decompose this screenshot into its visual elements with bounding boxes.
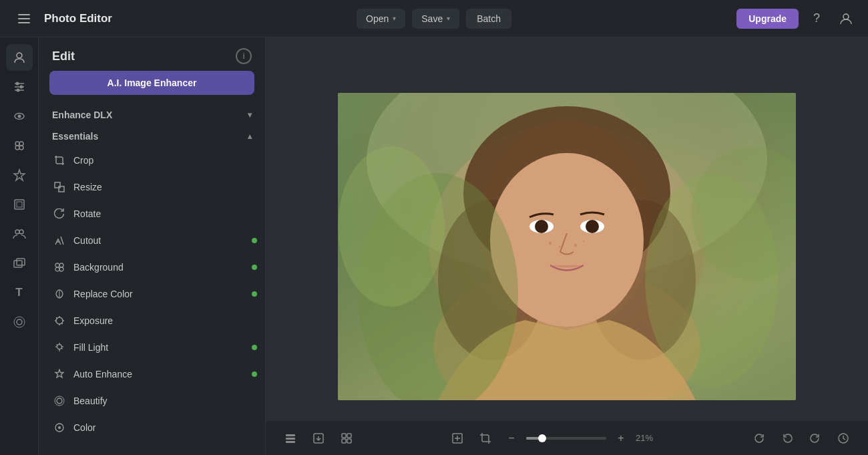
layers-button[interactable] <box>279 427 302 450</box>
background-status-dot <box>252 265 257 270</box>
zoom-controls: − + 21% <box>446 427 660 450</box>
sidebar-item-people[interactable] <box>6 220 33 247</box>
background-label: Background <box>73 262 245 273</box>
menu-item-cutout[interactable]: Cutout <box>39 227 265 254</box>
help-button[interactable]: ? <box>805 7 828 30</box>
svg-line-35 <box>56 317 57 319</box>
menu-item-background[interactable]: Background <box>39 254 265 281</box>
text-icon: T <box>15 286 22 299</box>
svg-line-43 <box>61 348 62 349</box>
sidebar-item-overlay[interactable] <box>6 250 33 277</box>
svg-point-18 <box>19 230 23 234</box>
icon-bar: T <box>0 37 39 455</box>
sidebar-item-text[interactable]: T <box>6 279 33 306</box>
svg-rect-74 <box>347 434 351 438</box>
profile-button[interactable] <box>835 7 857 30</box>
svg-point-5 <box>15 82 19 86</box>
menu-item-resize[interactable]: Resize <box>39 174 265 200</box>
crop-tool-button[interactable] <box>474 427 497 450</box>
sidebar-item-person[interactable] <box>6 44 33 71</box>
exposure-label: Exposure <box>73 315 257 326</box>
refresh-button[interactable] <box>748 427 771 450</box>
cutout-label: Cutout <box>73 235 245 246</box>
sliders-icon <box>13 80 26 94</box>
svg-point-66 <box>338 146 445 307</box>
crop-icon <box>52 153 67 168</box>
fill-light-label: Fill Light <box>73 342 245 353</box>
undo-button[interactable] <box>776 427 799 450</box>
history-button[interactable] <box>832 427 855 450</box>
menu-item-beautify[interactable]: Beautify <box>39 388 265 414</box>
svg-point-26 <box>59 263 63 267</box>
background-icon <box>52 260 67 275</box>
svg-point-1 <box>17 53 22 58</box>
redo-button[interactable] <box>804 427 827 450</box>
zoom-in-button[interactable]: + <box>612 429 630 448</box>
history-icon <box>837 432 849 444</box>
topbar: Photo Editor Open ▾ Save ▾ Batch Upgrade… <box>0 0 868 37</box>
cutout-status-dot <box>252 238 257 243</box>
svg-point-12 <box>15 146 19 150</box>
overlay-icon <box>13 257 26 270</box>
menu-item-crop[interactable]: Crop <box>39 147 265 174</box>
save-button[interactable]: Save ▾ <box>412 9 459 29</box>
profile-icon <box>839 12 853 25</box>
svg-point-37 <box>57 345 62 349</box>
upgrade-button[interactable]: Upgrade <box>736 9 799 29</box>
svg-line-42 <box>57 345 57 345</box>
undo-icon <box>781 432 793 444</box>
fit-button[interactable] <box>446 427 469 450</box>
menu-button[interactable] <box>11 5 37 32</box>
svg-point-63 <box>583 240 585 242</box>
app-title: Photo Editor <box>44 12 112 25</box>
menu-item-rotate[interactable]: Rotate <box>39 200 265 227</box>
menu-item-exposure[interactable]: Exposure <box>39 307 265 334</box>
svg-line-36 <box>62 323 63 325</box>
grid-view-button[interactable] <box>335 427 358 450</box>
resize-icon <box>52 180 67 194</box>
people-icon <box>13 227 26 241</box>
batch-button[interactable]: Batch <box>466 9 511 29</box>
sidebar-item-objects[interactable] <box>6 309 33 335</box>
section-enhance-dlx[interactable]: Enhance DLX ▾ <box>39 104 265 126</box>
export-button[interactable] <box>307 427 330 450</box>
menu-item-replace-color[interactable]: Replace Color <box>39 281 265 307</box>
sidebar-item-sliders[interactable] <box>6 73 33 100</box>
info-icon[interactable]: i <box>236 48 252 64</box>
crop-label: Crop <box>73 155 257 166</box>
sidebar-item-eye[interactable] <box>6 103 33 130</box>
menu-item-fill-light[interactable]: Fill Light <box>39 334 265 361</box>
save-chevron-icon: ▾ <box>447 15 450 22</box>
svg-rect-69 <box>286 438 295 440</box>
fit-icon <box>451 432 463 444</box>
sidebar-item-paint[interactable] <box>6 132 33 159</box>
section-essentials[interactable]: Essentials ▴ <box>39 126 265 147</box>
zoom-out-button[interactable]: − <box>502 429 521 448</box>
sidebar-item-frames[interactable] <box>6 191 33 218</box>
svg-point-62 <box>574 244 577 247</box>
open-button[interactable]: Open ▾ <box>357 9 405 29</box>
sidebar-item-effects[interactable] <box>6 162 33 188</box>
svg-point-60 <box>549 242 552 245</box>
main-area: T Edit i A.I. Image Enhancer Enhance DLX… <box>0 37 868 455</box>
objects-icon <box>13 315 26 329</box>
svg-rect-75 <box>342 439 346 443</box>
svg-point-59 <box>586 220 599 233</box>
svg-point-11 <box>19 142 23 146</box>
auto-enhance-status-dot <box>252 371 257 377</box>
svg-rect-73 <box>342 434 346 438</box>
ai-enhancer-button[interactable]: A.I. Image Enhancer <box>49 71 254 95</box>
svg-rect-19 <box>14 261 22 267</box>
menu-item-color[interactable]: Color <box>39 414 265 441</box>
svg-point-7 <box>16 89 19 92</box>
panel-header: Edit i <box>39 37 265 71</box>
zoom-slider[interactable] <box>526 437 606 440</box>
topbar-center: Open ▾ Save ▾ Batch <box>357 9 511 29</box>
zoom-slider-thumb[interactable] <box>538 434 546 442</box>
grid-icon <box>341 432 353 444</box>
svg-marker-14 <box>14 170 25 180</box>
replace-color-status-dot <box>252 291 257 297</box>
menu-item-auto-enhance[interactable]: Auto Enhance <box>39 361 265 388</box>
svg-rect-68 <box>286 434 295 436</box>
svg-point-25 <box>55 263 59 267</box>
